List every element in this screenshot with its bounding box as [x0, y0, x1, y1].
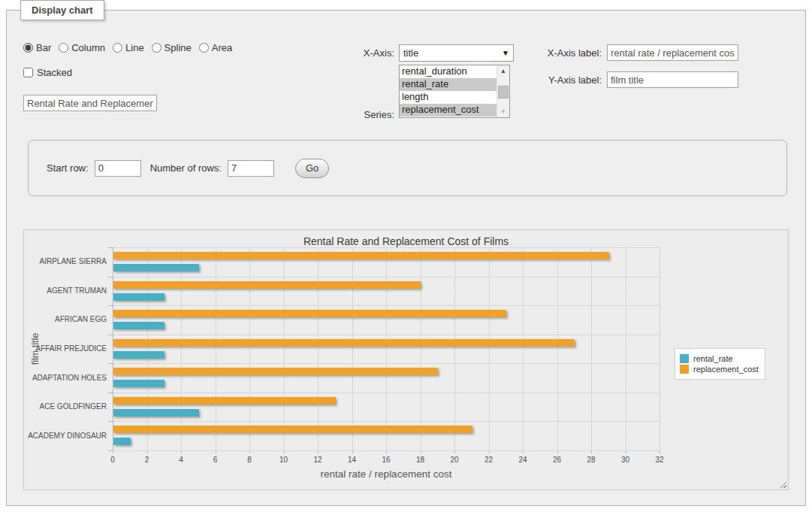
- start-row-input[interactable]: [95, 160, 141, 177]
- chart-type-bar[interactable]: Bar: [23, 42, 51, 53]
- series-option-rental_rate[interactable]: rental_rate: [400, 78, 497, 91]
- chart-type-spline[interactable]: Spline: [152, 42, 192, 53]
- x-axis-tick-label: 10: [279, 456, 288, 464]
- chart-container: Rental Rate and Replacement Cost of Film…: [23, 229, 789, 490]
- x-axis-tick-label: 12: [313, 456, 321, 464]
- radio-spline[interactable]: [152, 43, 161, 53]
- category-band: [113, 277, 660, 306]
- x-axis-tick-label: 24: [518, 456, 527, 464]
- bar-replacement_cost: [113, 339, 575, 347]
- series-option-length[interactable]: length: [400, 91, 497, 104]
- stacked-option[interactable]: Stacked: [23, 67, 72, 78]
- scrollbar-track[interactable]: [497, 77, 509, 106]
- gridline: [113, 450, 660, 451]
- stacked-checkbox[interactable]: [23, 68, 33, 77]
- fieldset-legend: Display chart: [20, 0, 104, 20]
- series-options: rental_durationrental_ratelengthreplacem…: [400, 65, 497, 117]
- chart-type-area[interactable]: Area: [199, 42, 232, 53]
- y-axis-tick: [108, 450, 113, 451]
- x-axis-tick-label: 16: [382, 456, 390, 464]
- num-rows-input[interactable]: [228, 160, 274, 177]
- resize-handle-icon[interactable]: [778, 480, 786, 488]
- x-axis-tick-label: 2: [145, 456, 149, 464]
- x-axis-tick: [660, 450, 660, 453]
- category-label: ADAPTATION HOLES: [24, 374, 107, 382]
- bar-rental_rate: [113, 438, 131, 445]
- x-axis-tick-label: 4: [179, 456, 183, 464]
- x-axis-tick-label: 14: [348, 456, 356, 464]
- category-label: AFFAIR PREJUDICE: [24, 344, 107, 353]
- x-axis-tick-label: 8: [247, 456, 252, 464]
- radio-column[interactable]: [59, 43, 68, 53]
- bar-rental_rate: [113, 409, 199, 417]
- category-band: [113, 392, 660, 422]
- category-band: [113, 305, 660, 335]
- bar-replacement_cost: [113, 310, 506, 317]
- legend-item-rental_rate[interactable]: rental_rate: [680, 354, 759, 363]
- category-label: AIRPLANE SIERRA: [24, 257, 107, 265]
- x-axis-select-label: X-Axis:: [337, 47, 394, 59]
- chart-title-input[interactable]: [23, 95, 157, 111]
- category-label: ACADEMY DINOSAUR: [24, 432, 107, 440]
- radio-line[interactable]: [113, 43, 122, 53]
- x-axis-tick-label: 20: [450, 456, 458, 464]
- category-label: AFRICAN EGG: [24, 315, 107, 323]
- plot-area: [113, 247, 660, 450]
- bar-rental_rate: [113, 293, 165, 301]
- x-axis-tick-label: 18: [416, 456, 424, 464]
- series-list-label: Series:: [337, 109, 394, 120]
- category-band: [113, 363, 660, 392]
- legend-swatch-icon: [680, 365, 689, 374]
- legend-label: replacement_cost: [693, 365, 759, 374]
- y-axis-label-label: Y-Axis label:: [534, 74, 602, 86]
- scroll-up-icon[interactable]: ▲: [497, 65, 509, 77]
- x-axis-tick-label: 30: [621, 456, 629, 464]
- x-axis-select[interactable]: title ▼: [399, 44, 514, 62]
- chart-type-label: Area: [212, 42, 232, 53]
- x-axis-tick-label: 26: [553, 456, 561, 464]
- chart-type-label: Bar: [36, 42, 51, 53]
- bar-replacement_cost: [113, 281, 421, 289]
- num-rows-label: Number of rows:: [150, 162, 222, 174]
- y-axis-label-input[interactable]: [607, 71, 738, 88]
- x-axis-tick-label: 6: [213, 456, 218, 464]
- row-controls-panel: Start row: Number of rows: Go: [28, 140, 787, 196]
- category-label: AGENT TRUMAN: [24, 286, 107, 295]
- series-option-replacement_cost[interactable]: replacement_cost: [400, 104, 497, 117]
- legend-item-replacement_cost[interactable]: replacement_cost: [680, 365, 759, 374]
- bar-replacement_cost: [113, 252, 609, 259]
- bar-replacement_cost: [113, 368, 438, 375]
- chart-type-line[interactable]: Line: [113, 42, 144, 53]
- go-button[interactable]: Go: [295, 159, 329, 178]
- x-axis-label-input[interactable]: [607, 44, 738, 61]
- legend-label: rental_rate: [693, 354, 733, 363]
- x-axis-label-label: X-Axis label:: [534, 47, 602, 59]
- chart-type-column[interactable]: Column: [59, 42, 105, 53]
- chart-type-label: Column: [71, 42, 105, 53]
- series-multiselect[interactable]: rental_durationrental_ratelengthreplacem…: [399, 65, 510, 118]
- scroll-down-icon[interactable]: ▼: [497, 106, 509, 117]
- category-band: [113, 421, 660, 450]
- series-option-rental_duration[interactable]: rental_duration: [400, 65, 497, 78]
- display-chart-fieldset: Display chart BarColumnLineSplineArea St…: [6, 10, 806, 506]
- bar-rental_rate: [113, 380, 165, 387]
- bar-rental_rate: [113, 264, 199, 271]
- bar-rental_rate: [113, 351, 165, 359]
- x-axis-tick-label: 28: [587, 456, 595, 464]
- start-row-label: Start row:: [47, 162, 89, 174]
- radio-bar[interactable]: [23, 43, 33, 53]
- bar-rental_rate: [113, 322, 165, 329]
- chart-type-label: Spline: [165, 42, 192, 53]
- legend-swatch-icon: [680, 354, 689, 363]
- radio-area[interactable]: [199, 43, 209, 53]
- x-axis-title: rental rate / replacement cost: [113, 468, 660, 480]
- chart-type-label: Line: [125, 42, 144, 53]
- bar-replacement_cost: [113, 397, 336, 404]
- x-axis-tick-label: 22: [484, 456, 493, 464]
- chart-type-options: BarColumnLineSplineArea: [23, 42, 240, 53]
- scrollbar-thumb[interactable]: [498, 86, 509, 98]
- x-axis-tick-label: 32: [655, 456, 663, 464]
- series-scrollbar[interactable]: ▲ ▼: [497, 65, 509, 117]
- chart-title: Rental Rate and Replacement Cost of Film…: [24, 235, 788, 247]
- bar-replacement_cost: [113, 426, 472, 433]
